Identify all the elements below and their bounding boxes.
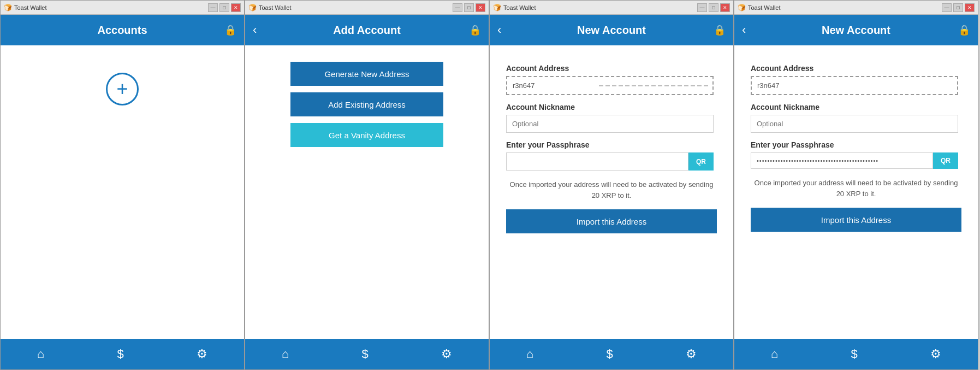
nickname-label: Account Nickname xyxy=(506,103,714,111)
activation-text: Once imported your address will need to … xyxy=(751,178,961,199)
window-controls[interactable]: — □ ✕ xyxy=(208,3,241,12)
settings-icon[interactable]: ⚙ xyxy=(686,347,697,361)
settings-icon[interactable]: ⚙ xyxy=(197,347,207,361)
home-icon[interactable]: ⌂ xyxy=(282,347,289,361)
generate-new-address-button[interactable]: Generate New Address xyxy=(290,62,443,86)
passphrase-row: QR xyxy=(506,152,714,171)
minimize-button[interactable]: — xyxy=(453,3,462,12)
titlebar-new-account-2: 🍞 Toast Wallet — □ ✕ xyxy=(734,1,978,15)
header-new-account-1: ‹ New Account 🔒 xyxy=(490,15,733,45)
maximize-button[interactable]: □ xyxy=(709,3,718,12)
titlebar-accounts: 🍞 Toast Wallet — □ ✕ xyxy=(1,1,244,15)
lock-icon[interactable]: 🔒 xyxy=(958,24,970,36)
maximize-button[interactable]: □ xyxy=(219,3,229,12)
passphrase-label: Enter your Passphrase xyxy=(751,140,958,149)
footer-accounts: ⌂ $ ⚙ xyxy=(1,339,244,369)
footer-new-account-1: ⌂ $ ⚙ xyxy=(490,339,733,369)
nickname-section: Account Nickname xyxy=(751,95,958,133)
back-button[interactable]: ‹ xyxy=(253,23,257,37)
minimize-button[interactable]: — xyxy=(208,3,218,12)
back-button[interactable]: ‹ xyxy=(742,23,746,37)
import-address-button[interactable]: Import this Address xyxy=(751,208,961,232)
address-section: Account Address xyxy=(506,56,714,95)
maximize-button[interactable]: □ xyxy=(953,3,963,12)
titlebar-title: Toast Wallet xyxy=(259,4,453,11)
import-address-button[interactable]: Import this Address xyxy=(506,209,717,233)
titlebar-new-account-1: 🍞 Toast Wallet — □ ✕ xyxy=(490,1,733,15)
lock-icon[interactable]: 🔒 xyxy=(224,24,236,36)
window-controls[interactable]: — □ ✕ xyxy=(697,3,730,12)
app-icon: 🍞 xyxy=(493,4,501,11)
header-new-account-2: ‹ New Account 🔒 xyxy=(734,15,978,45)
close-button[interactable]: ✕ xyxy=(476,3,485,12)
address-label: Account Address xyxy=(751,64,958,73)
back-button[interactable]: ‹ xyxy=(497,23,501,37)
add-existing-address-button[interactable]: Add Existing Address xyxy=(290,92,443,116)
passphrase-section: Enter your Passphrase QR xyxy=(506,133,714,171)
header-add-account: ‹ Add Account 🔒 xyxy=(245,15,489,45)
footer-add-account: ⌂ $ ⚙ xyxy=(245,339,489,369)
passphrase-input[interactable] xyxy=(506,152,688,171)
passphrase-label: Enter your Passphrase xyxy=(506,140,714,149)
nickname-input[interactable] xyxy=(751,115,958,133)
dollar-icon[interactable]: $ xyxy=(117,347,124,361)
qr-button[interactable]: QR xyxy=(688,152,714,171)
window-controls[interactable]: — □ ✕ xyxy=(453,3,485,12)
qr-button[interactable]: QR xyxy=(933,152,958,169)
titlebar-title: Toast Wallet xyxy=(503,4,697,11)
app-icon: 🍞 xyxy=(248,4,256,11)
settings-icon[interactable]: ⚙ xyxy=(441,347,452,361)
add-account-content: Generate New Address Add Existing Addres… xyxy=(245,45,489,339)
header-title: New Account xyxy=(822,24,890,37)
new-account-1-content: Account Address Account Nickname Enter y… xyxy=(490,45,733,339)
app-icon: 🍞 xyxy=(738,4,745,11)
header-title: New Account xyxy=(577,24,646,37)
new-account-2-content: Account Address Account Nickname Enter y… xyxy=(734,45,978,339)
maximize-button[interactable]: □ xyxy=(464,3,474,12)
accounts-content: + xyxy=(1,45,244,339)
header-title: Add Account xyxy=(333,24,401,37)
add-account-button[interactable]: + xyxy=(106,73,139,105)
activation-text: Once imported your address will need to … xyxy=(506,179,717,201)
close-button[interactable]: ✕ xyxy=(720,3,730,12)
get-vanity-address-button[interactable]: Get a Vanity Address xyxy=(290,123,443,147)
close-button[interactable]: ✕ xyxy=(965,3,975,12)
window-new-account-1: 🍞 Toast Wallet — □ ✕ ‹ New Account 🔒 Acc… xyxy=(489,0,734,370)
minimize-button[interactable]: — xyxy=(942,3,952,12)
home-icon[interactable]: ⌂ xyxy=(37,347,44,361)
nickname-input[interactable] xyxy=(506,115,714,133)
window-accounts: 🍞 Toast Wallet — □ ✕ Accounts 🔒 + ⌂ $ ⚙ xyxy=(0,0,245,370)
dollar-icon[interactable]: $ xyxy=(362,347,369,361)
dollar-icon[interactable]: $ xyxy=(607,347,613,361)
header-title: Accounts xyxy=(97,24,147,37)
header-accounts: Accounts 🔒 xyxy=(1,15,244,45)
passphrase-section: Enter your Passphrase QR xyxy=(751,133,958,169)
lock-icon[interactable]: 🔒 xyxy=(469,24,481,36)
address-input[interactable] xyxy=(506,76,714,95)
lock-icon[interactable]: 🔒 xyxy=(714,24,726,36)
home-icon[interactable]: ⌂ xyxy=(526,347,533,361)
minimize-button[interactable]: — xyxy=(697,3,707,12)
close-button[interactable]: ✕ xyxy=(231,3,241,12)
nickname-label: Account Nickname xyxy=(751,103,958,111)
home-icon[interactable]: ⌂ xyxy=(771,347,778,361)
dollar-icon[interactable]: $ xyxy=(851,347,858,361)
window-controls[interactable]: — □ ✕ xyxy=(942,3,975,12)
window-add-account: 🍞 Toast Wallet — □ ✕ ‹ Add Account 🔒 Gen… xyxy=(245,0,489,370)
settings-icon[interactable]: ⚙ xyxy=(930,347,941,361)
passphrase-row: QR xyxy=(751,152,958,169)
address-input[interactable] xyxy=(751,76,958,95)
app-icon: 🍞 xyxy=(4,4,11,11)
titlebar-title: Toast Wallet xyxy=(14,4,208,11)
nickname-section: Account Nickname xyxy=(506,95,714,133)
window-new-account-2: 🍞 Toast Wallet — □ ✕ ‹ New Account 🔒 Acc… xyxy=(734,0,978,370)
footer-new-account-2: ⌂ $ ⚙ xyxy=(734,339,978,369)
titlebar-add-account: 🍞 Toast Wallet — □ ✕ xyxy=(245,1,489,15)
titlebar-title: Toast Wallet xyxy=(748,4,942,11)
address-label: Account Address xyxy=(506,64,714,73)
passphrase-input[interactable] xyxy=(751,152,933,169)
address-section: Account Address xyxy=(751,56,958,95)
